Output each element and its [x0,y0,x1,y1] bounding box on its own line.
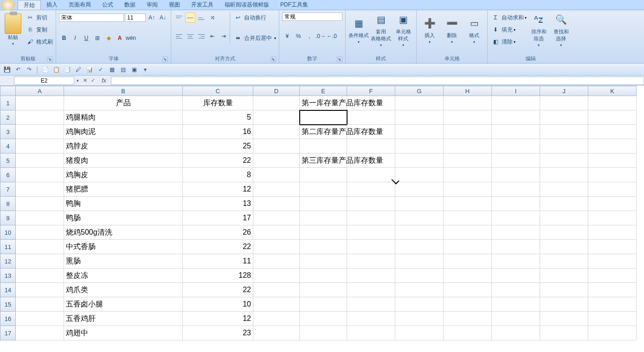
cell[interactable] [588,297,637,312]
cell[interactable] [444,168,492,182]
cell[interactable] [347,254,395,269]
sort-filter-button[interactable]: ᴬᴢ排序和 筛选▾ [528,12,550,48]
cell[interactable]: 第二库存量产品库存数量 [300,125,347,139]
sum-icon[interactable]: Σ [490,13,501,23]
cell[interactable] [16,139,64,154]
cell[interactable] [16,96,64,110]
column-header[interactable]: K [588,86,637,96]
select-all-corner[interactable] [0,86,16,96]
tab-data[interactable]: 数据 [119,0,141,10]
cell[interactable] [347,197,395,211]
cell[interactable] [540,240,588,254]
cell[interactable] [347,168,395,182]
cell[interactable]: 鸡翅中 [64,326,183,340]
save-icon[interactable]: 💾 [3,65,11,74]
qat-icon[interactable]: ▤ [119,65,127,74]
cell[interactable] [588,312,637,326]
cut-label[interactable]: 剪切 [36,14,47,22]
clear-button[interactable]: 清除 [502,38,513,46]
cell[interactable]: 鸡腿精肉 [64,110,183,125]
cut-icon[interactable]: ✂ [25,13,35,23]
cell[interactable] [347,125,395,139]
column-header[interactable]: I [492,86,540,96]
launcher-icon[interactable]: ⬊ [47,57,53,62]
cell[interactable] [492,110,540,125]
column-header[interactable]: A [16,86,64,96]
cell[interactable]: 猪肥膘 [64,182,183,197]
cell[interactable] [540,110,588,125]
cell[interactable] [444,254,492,269]
table-format-button[interactable]: ▤套用 表格格式▾ [370,12,392,48]
cell[interactable]: 12 [183,182,253,197]
cell[interactable] [492,197,540,211]
row-header[interactable]: 11 [0,240,16,254]
cell[interactable] [347,297,395,312]
cell[interactable] [444,182,492,197]
copy-label[interactable]: 复制 [36,26,47,34]
cell[interactable] [300,254,347,269]
column-header[interactable]: E [300,86,347,96]
cell[interactable] [300,168,347,182]
row-header[interactable]: 4 [0,139,16,154]
percent-button[interactable]: % [293,31,303,41]
cell[interactable]: 五香卤小腿 [64,297,183,312]
grow-font-icon[interactable]: A↑ [147,13,157,23]
number-format-select[interactable] [282,13,342,21]
cell[interactable] [253,254,300,269]
font-name-select[interactable] [59,13,124,22]
cell[interactable] [300,197,347,211]
align-middle-button[interactable] [185,13,195,23]
cell[interactable] [16,154,64,168]
cell[interactable] [16,168,64,182]
clear-icon[interactable]: ◧ [490,37,501,47]
cell[interactable] [492,312,540,326]
cell[interactable] [253,96,300,110]
cell[interactable] [444,283,492,297]
qat-icon[interactable]: 📄 [41,65,49,74]
name-box[interactable] [14,77,74,85]
cell[interactable]: 鸡胸皮 [64,168,183,182]
tab-formula[interactable]: 公式 [97,0,119,10]
row-header[interactable]: 9 [0,211,16,225]
border-button[interactable]: ⊞ [92,33,103,43]
currency-button[interactable]: ¥ [282,31,292,41]
align-center-button[interactable] [185,31,195,41]
row-header[interactable]: 2 [0,110,16,125]
cell[interactable] [444,96,492,110]
cell[interactable] [588,225,637,240]
cell[interactable] [492,269,540,283]
tab-insert[interactable]: 插入 [41,0,63,10]
wrap-icon[interactable]: ↩ [233,13,243,23]
cell[interactable]: 熏肠 [64,254,183,269]
cell[interactable] [540,269,588,283]
row-header[interactable]: 3 [0,125,16,139]
cell[interactable] [16,254,64,269]
cell[interactable]: 产品 [64,96,183,110]
launcher-icon[interactable]: ⬊ [337,57,342,62]
cell[interactable]: 22 [183,283,253,297]
cell[interactable] [253,297,300,312]
cell[interactable] [588,269,637,283]
cell[interactable]: 整皮冻 [64,269,183,283]
cell[interactable] [16,182,64,197]
qat-more-icon[interactable]: ▾ [141,65,149,74]
cell[interactable] [444,125,492,139]
cell[interactable] [588,139,637,154]
cell[interactable] [16,283,64,297]
indent-inc-button[interactable]: ⇥ [219,31,229,41]
cell[interactable] [492,254,540,269]
column-header[interactable]: J [540,86,588,96]
shrink-font-icon[interactable]: A↓ [158,13,168,23]
cell[interactable] [395,297,444,312]
row-header[interactable]: 17 [0,326,16,340]
row-header[interactable]: 7 [0,182,16,197]
column-header[interactable]: F [347,86,395,96]
row-header[interactable]: 12 [0,254,16,269]
cell[interactable] [253,168,300,182]
cell[interactable] [16,225,64,240]
cell[interactable] [300,269,347,283]
cell[interactable] [253,182,300,197]
cell[interactable] [253,211,300,225]
cell[interactable] [253,139,300,154]
undo-icon[interactable]: ↶ [14,65,22,74]
